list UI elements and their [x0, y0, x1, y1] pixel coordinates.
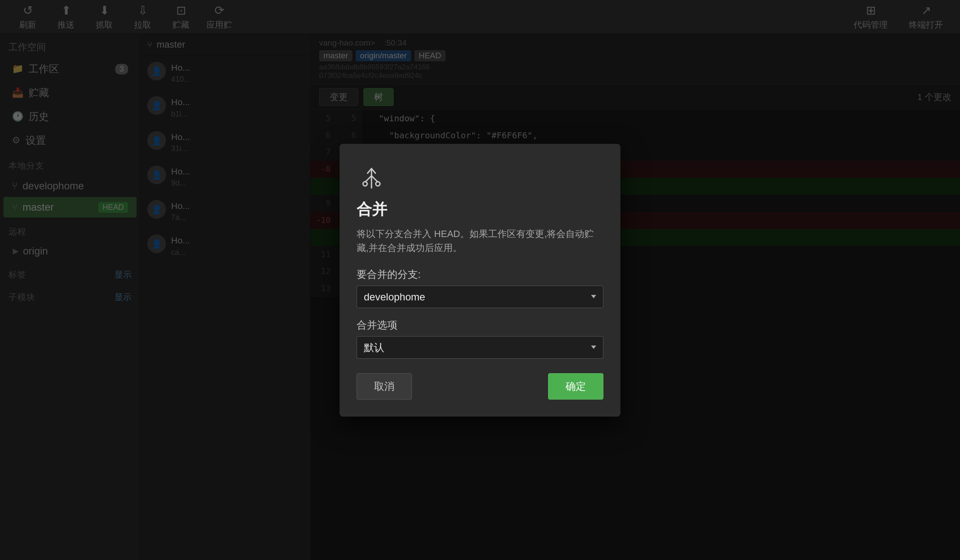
svg-point-4 [376, 182, 380, 186]
merge-modal: 合并 将以下分支合并入 HEAD。如果工作区有变更,将会自动贮藏,并在合并成功后… [340, 144, 620, 417]
merge-options-select[interactable]: 默认 压缩合并 rebase合并 [357, 336, 603, 359]
modal-overlay: 合并 将以下分支合并入 HEAD。如果工作区有变更,将会自动贮藏,并在合并成功后… [0, 0, 960, 560]
merge-icon [357, 161, 603, 191]
svg-line-1 [365, 176, 371, 182]
confirm-button[interactable]: 确定 [548, 373, 603, 400]
svg-point-2 [363, 182, 367, 186]
branch-select-label: 要合并的分支: [357, 268, 603, 281]
branch-select[interactable]: develophome master [357, 286, 603, 308]
svg-line-3 [371, 176, 378, 182]
modal-title: 合并 [357, 199, 603, 220]
cancel-button[interactable]: 取消 [357, 373, 412, 400]
modal-description: 将以下分支合并入 HEAD。如果工作区有变更,将会自动贮藏,并在合并成功后应用。 [357, 227, 603, 255]
modal-footer: 取消 确定 [357, 373, 603, 400]
merge-options-label: 合并选项 [357, 318, 603, 332]
